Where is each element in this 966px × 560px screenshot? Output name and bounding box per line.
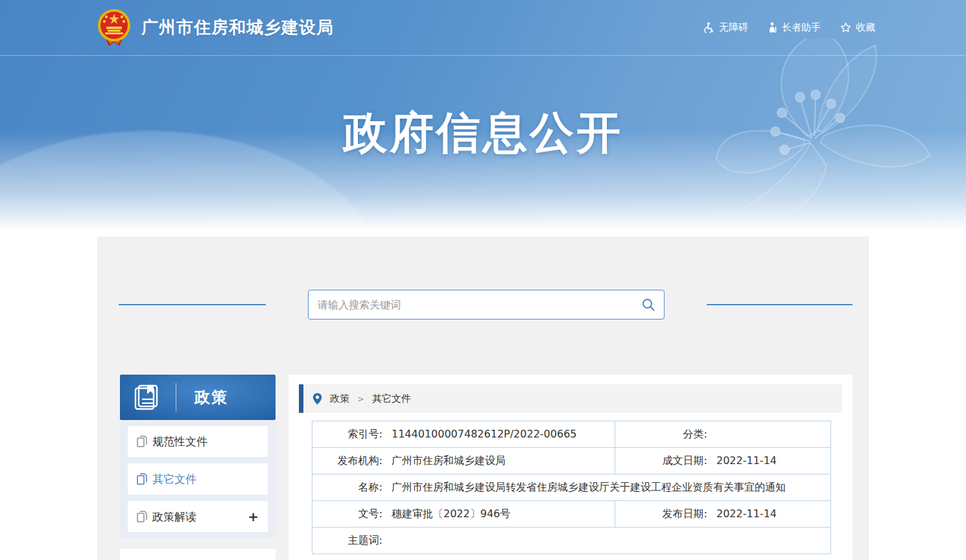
decorative-rule-right (707, 304, 853, 305)
publish-date-cell: 发布日期:2022-11-14 (615, 501, 831, 528)
search-input[interactable] (309, 299, 633, 311)
document-number-cell: 文号:穗建审批〔2022〕946号 (312, 501, 615, 528)
breadcrumb: 政策 > 其它文件 (299, 384, 842, 413)
issuing-agency-value: 广州市住房和城乡建设局 (392, 454, 506, 467)
index-number-value: 11440100007482612P/2022-00665 (392, 428, 576, 440)
index-number-cell: 索引号:11440100007482612P/2022-00665 (312, 421, 615, 448)
issuing-agency-cell: 发布机构:广州市住房和城乡建设局 (312, 448, 615, 474)
index-number-label: 索引号: (312, 428, 383, 441)
keywords-label: 主题词: (312, 534, 383, 548)
sidebar-header-divider (176, 383, 176, 412)
page-title: 政府信息公开 (0, 104, 966, 163)
document-icon (137, 436, 147, 447)
search-button[interactable] (633, 290, 664, 319)
sidebar-item-label: 其它文件 (152, 472, 196, 487)
site-title: 广州市住房和城乡建设局 (141, 16, 334, 39)
accessibility-link[interactable]: 无障碍 (703, 21, 748, 34)
sidebar-policy-items: 规范性文件 其它文件 政策解读 (120, 420, 276, 538)
sidebar-item-policy-interpretation[interactable]: 政策解读 + (128, 501, 268, 532)
breadcrumb-separator: > (357, 394, 364, 404)
table-row: 发布机构:广州市住房和城乡建设局 成文日期:2022-11-14 (312, 448, 831, 474)
sidebar-item-other-docs[interactable]: 其它文件 (128, 463, 268, 495)
sidebar-item-normative-docs[interactable]: 规范性文件 (128, 426, 268, 457)
decorative-rule-left (119, 304, 266, 305)
breadcrumb-current[interactable]: 其它文件 (372, 393, 411, 405)
search-icon (641, 298, 655, 312)
search-box (308, 290, 665, 320)
document-number-value: 穗建审批〔2022〕946号 (392, 508, 510, 520)
sidebar: 政策 规范性文件 其它文件 (120, 375, 276, 560)
sidebar-item-label: 政策解读 (152, 509, 196, 524)
document-icon (137, 473, 147, 485)
elder-person-icon (768, 22, 777, 33)
document-metadata-table: 索引号:11440100007482612P/2022-00665 分类: 发布… (312, 421, 831, 554)
site-logo-link[interactable]: 广州市住房和城乡建设局 (96, 8, 334, 47)
table-row: 名称:广州市住房和城乡建设局转发省住房城乡建设厅关于建设工程企业资质有关事宜的通… (312, 474, 831, 501)
publish-date-label: 发布日期: (615, 508, 707, 521)
top-header-bar: 广州市住房和城乡建设局 无障碍 长者助手 (0, 0, 966, 56)
elder-helper-link[interactable]: 长者助手 (768, 21, 821, 34)
written-date-value: 2022-11-14 (716, 454, 777, 467)
content-card: 政策 规范性文件 其它文件 (97, 237, 869, 560)
category-cell: 分类: (615, 421, 831, 448)
written-date-cell: 成文日期:2022-11-14 (615, 448, 831, 474)
table-row: 文号:穗建审批〔2022〕946号 发布日期:2022-11-14 (312, 501, 831, 528)
document-icon (137, 511, 147, 522)
favorite-link[interactable]: 收藏 (840, 21, 875, 34)
sidebar-policy-title: 政策 (194, 387, 228, 408)
policy-book-icon (132, 382, 161, 412)
document-name-label: 名称: (312, 481, 383, 495)
category-label: 分类: (615, 428, 707, 441)
elder-helper-label: 长者助手 (782, 21, 821, 34)
hero-banner: 广州市住房和城乡建设局 无障碍 长者助手 (0, 0, 966, 237)
detail-panel: 政策 > 其它文件 索引号:11440100007482612P/2022-00… (289, 375, 853, 560)
top-utility-nav: 无障碍 长者助手 收藏 (703, 21, 875, 34)
sidebar-section-policy[interactable]: 政策 (120, 375, 276, 420)
table-row: 索引号:11440100007482612P/2022-00665 分类: (312, 421, 831, 448)
star-icon (840, 22, 851, 33)
location-pin-icon (312, 393, 322, 405)
sidebar-item-label: 规范性文件 (152, 434, 207, 449)
search-section (97, 237, 869, 327)
national-emblem-icon (96, 8, 132, 47)
breadcrumb-root-link[interactable]: 政策 (330, 393, 349, 405)
favorite-label: 收藏 (856, 21, 875, 34)
written-date-label: 成文日期: (615, 454, 707, 468)
issuing-agency-label: 发布机构: (312, 454, 383, 468)
table-row: 主题词: (312, 528, 831, 554)
accessibility-label: 无障碍 (719, 21, 748, 34)
document-name-cell: 名称:广州市住房和城乡建设局转发省住房城乡建设厅关于建设工程企业资质有关事宜的通… (312, 474, 831, 501)
document-name-value: 广州市住房和城乡建设局转发省住房城乡建设厅关于建设工程企业资质有关事宜的通知 (392, 481, 786, 493)
expand-plus-icon[interactable]: + (248, 509, 259, 524)
sidebar-section-gov-info[interactable]: 政府信息 (120, 549, 276, 560)
publish-date-value: 2022-11-14 (716, 508, 777, 520)
wheelchair-icon (703, 22, 714, 33)
document-number-label: 文号: (312, 508, 383, 521)
keywords-cell: 主题词: (312, 528, 831, 554)
